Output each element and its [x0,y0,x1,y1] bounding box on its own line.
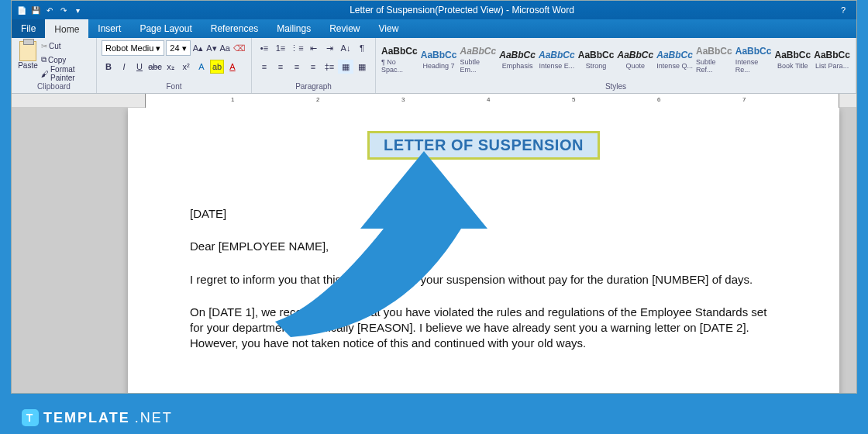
style-preview: AaBbCc [618,50,654,60]
style-option[interactable]: AaBbCcStrong [577,41,615,78]
line-spacing-icon[interactable]: ‡≡ [322,60,337,74]
justify-icon[interactable]: ≡ [305,60,321,74]
shading-icon[interactable]: ▦ [338,60,353,74]
doc-para-2[interactable]: On [DATE 1], we received notice that you… [190,305,777,352]
group-label: Font [102,82,246,91]
paste-label: Paste [18,61,38,70]
style-option[interactable]: AaBbCcIntense E... [538,41,576,78]
cut-button[interactable]: ✂Cut [41,40,91,52]
style-name: Quote [626,62,646,70]
multilevel-list-icon[interactable]: ⋮≡ [289,41,305,55]
tab-page-layout[interactable]: Page Layout [130,19,201,38]
doc-greeting[interactable]: Dear [EMPLOYEE NAME], [190,239,777,254]
superscript-icon[interactable]: x² [179,60,193,74]
doc-title[interactable]: LETTER OF SUSPENSION [367,131,600,160]
tab-mailings[interactable]: Mailings [267,19,320,38]
qat-dropdown-icon[interactable]: ▾ [72,5,83,16]
style-option[interactable]: AaBbCcQuote [617,41,655,78]
undo-icon[interactable]: ↶ [44,5,55,16]
font-name-combo[interactable]: Robot Mediu▾ [102,40,164,56]
group-clipboard: Paste ✂Cut ⧉Copy 🖌Format Painter Clipboa… [12,38,97,93]
brand-name: TEMPLATE [43,410,130,426]
text-effects-icon[interactable]: A [195,60,208,74]
shrink-font-icon[interactable]: A▾ [205,41,217,55]
tab-review[interactable]: Review [320,19,369,38]
change-case-icon[interactable]: Aa [219,41,231,55]
highlight-icon[interactable]: ab [210,60,224,74]
paste-button[interactable]: Paste [16,40,40,81]
font-size-combo[interactable]: 24▾ [166,40,191,56]
style-name: Intense E... [539,62,575,70]
clear-formatting-icon[interactable]: ⌫ [232,41,246,55]
window-title: Letter of Suspension(Protected View) - M… [83,5,841,16]
style-preview: AaBbCc [735,46,772,57]
group-label: Clipboard [16,82,91,91]
align-right-icon[interactable]: ≡ [289,60,305,74]
doc-date[interactable]: [DATE] [190,206,777,222]
style-name: Heading 7 [423,62,455,70]
help-icon[interactable]: ? [841,5,852,15]
tab-file[interactable]: File [12,19,45,38]
style-preview: AaBbCc [578,50,615,60]
underline-icon[interactable]: U [133,60,146,74]
style-preview: AaBbCc [814,50,850,60]
style-name: Subtle Em... [460,58,497,74]
copy-icon: ⧉ [41,55,46,64]
style-name: Intense Re... [735,58,772,74]
align-left-icon[interactable]: ≡ [257,60,272,74]
brand-suffix: .NET [135,410,173,426]
style-preview: AaBbCc [656,50,693,60]
sort-icon[interactable]: A↓ [338,41,353,55]
align-center-icon[interactable]: ≡ [273,60,288,74]
style-preview: AaBbCc [460,46,497,57]
style-name: ¶ No Spac... [381,58,418,74]
style-name: Strong [586,62,607,70]
format-painter-button[interactable]: 🖌Format Painter [41,67,91,80]
copy-button[interactable]: ⧉Copy [41,53,91,66]
paste-icon [19,41,36,61]
tab-home[interactable]: Home [45,19,88,38]
bullets-icon[interactable]: •≡ [257,41,272,55]
show-marks-icon[interactable]: ¶ [354,41,370,55]
style-option[interactable]: AaBbCcBook Title [774,41,812,78]
ruler[interactable]: 1234567 [12,94,856,108]
save-icon[interactable]: 💾 [30,5,41,16]
borders-icon[interactable]: ▦ [354,60,370,74]
style-name: Intense Q... [656,62,693,70]
grow-font-icon[interactable]: A▴ [192,41,204,55]
italic-icon[interactable]: I [117,60,131,74]
style-preview: AaBbCc [499,50,536,60]
group-font: Robot Mediu▾ 24▾ A▴ A▾ Aa ⌫ B I U abc x₂… [97,38,252,93]
redo-icon[interactable]: ↷ [58,5,69,16]
font-color-icon[interactable]: A [226,60,239,74]
numbering-icon[interactable]: 1≡ [273,41,288,55]
strikethrough-icon[interactable]: abc [148,60,162,74]
doc-para-1[interactable]: I regret to inform you that this letter … [190,272,777,288]
word-window: 📄 💾 ↶ ↷ ▾ Letter of Suspension(Protected… [11,0,857,394]
style-option[interactable]: AaBbCcIntense Re... [735,41,773,78]
tab-view[interactable]: View [370,19,408,38]
style-name: Emphasis [502,62,533,70]
subscript-icon[interactable]: x₂ [164,60,177,74]
style-option[interactable]: AaBbCcEmphasis [498,41,536,78]
bold-icon[interactable]: B [102,60,115,74]
decrease-indent-icon[interactable]: ⇤ [305,41,321,55]
group-label: Paragraph [257,82,370,91]
style-option[interactable]: AaBbCcSubtle Em... [460,41,498,78]
style-preview: AaBbCc [421,50,457,60]
style-preview: AaBbCc [539,50,575,60]
chevron-down-icon: ▾ [182,43,187,53]
title-bar: 📄 💾 ↶ ↷ ▾ Letter of Suspension(Protected… [12,1,856,19]
style-option[interactable]: AaBbCc¶ No Spac... [381,41,418,78]
increase-indent-icon[interactable]: ⇥ [322,41,337,55]
document-area: LETTER OF SUSPENSION [DATE] Dear [EMPLOY… [12,108,856,393]
ribbon: Paste ✂Cut ⧉Copy 🖌Format Painter Clipboa… [12,38,856,94]
style-option[interactable]: AaBbCcList Para... [813,41,851,78]
page[interactable]: LETTER OF SUSPENSION [DATE] Dear [EMPLOY… [128,108,839,393]
style-option[interactable]: AaBbCcHeading 7 [420,41,458,78]
tab-references[interactable]: References [202,19,267,38]
style-option[interactable]: AaBbCcSubtle Ref... [695,41,733,78]
style-option[interactable]: AaBbCcIntense Q... [656,41,694,78]
tab-insert[interactable]: Insert [88,19,130,38]
styles-gallery[interactable]: AaBbCc¶ No Spac...AaBbCcHeading 7AaBbCcS… [381,40,851,78]
